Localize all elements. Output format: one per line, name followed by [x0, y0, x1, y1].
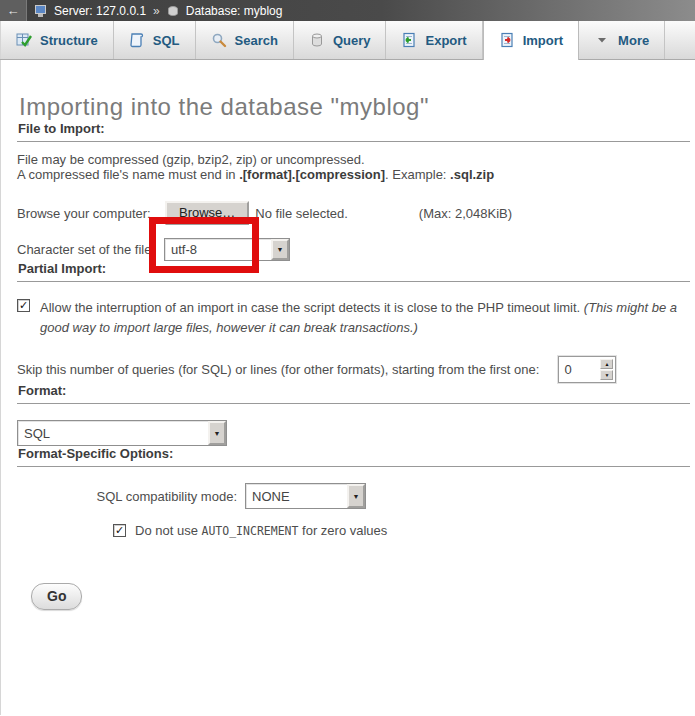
compat-label: SQL compatibility mode:	[17, 489, 245, 504]
skip-queries-input[interactable]: 0 ▲ ▼	[558, 356, 616, 383]
section-heading-partial-import: Partial Import:	[17, 261, 690, 282]
tab-query[interactable]: Query	[294, 21, 387, 59]
section-heading-file-to-import: File to Import:	[17, 121, 690, 142]
tab-export[interactable]: Export	[386, 21, 482, 59]
main-content: Importing into the database "myblog" Fil…	[0, 60, 695, 715]
spinner-buttons: ▲ ▼	[598, 357, 615, 382]
max-size-text: (Max: 2,048KiB)	[419, 206, 512, 221]
go-button[interactable]: Go	[31, 583, 82, 610]
charset-row: Character set of the file: utf-8 ▼	[17, 238, 695, 261]
chevron-down-icon: ▼	[271, 239, 289, 260]
check-icon: ✓	[19, 300, 28, 311]
server-icon	[35, 5, 49, 17]
back-arrow-icon: ←	[7, 3, 20, 18]
auto-increment-checkbox[interactable]: ✓	[113, 524, 126, 537]
sql-icon	[129, 32, 145, 48]
tab-import[interactable]: Import	[483, 21, 579, 60]
check-icon: ✓	[115, 525, 124, 536]
auto-increment-text: Do not use AUTO_INCREMENT for zero value…	[135, 523, 387, 539]
compat-select[interactable]: NONE ▼	[245, 483, 366, 509]
tab-bar-filler	[665, 21, 695, 59]
skip-queries-row: Skip this number of queries (for SQL) or…	[17, 356, 695, 383]
arrow-up-icon: ▲	[604, 362, 609, 367]
format-row: SQL ▼	[17, 420, 695, 446]
charset-select-value: utf-8	[165, 239, 271, 260]
arrow-down-icon: ▼	[604, 373, 609, 378]
tab-label: Query	[333, 33, 371, 48]
breadcrumb-server[interactable]: Server: 127.0.0.1	[54, 4, 146, 18]
allow-interrupt-checkbox[interactable]: ✓	[17, 299, 30, 312]
charset-label: Character set of the file:	[17, 242, 164, 257]
compat-select-value: NONE	[246, 484, 347, 508]
tab-label: More	[618, 33, 649, 48]
chevron-down-icon: ▼	[208, 421, 226, 445]
skip-queries-label: Skip this number of queries (for SQL) or…	[17, 362, 539, 377]
no-file-selected-text: No file selected.	[255, 206, 348, 221]
browse-row: Browse your computer: Browse… No file se…	[17, 201, 695, 225]
go-row: Go	[17, 583, 695, 610]
spinner-down-button[interactable]: ▼	[600, 370, 613, 380]
export-icon	[401, 32, 417, 48]
browse-label: Browse your computer:	[17, 206, 165, 221]
query-icon	[309, 32, 325, 48]
back-button[interactable]: ←	[0, 0, 27, 21]
browse-button[interactable]: Browse…	[165, 201, 249, 225]
breadcrumb-database[interactable]: Database: myblog	[186, 4, 283, 18]
breadcrumb-bar: ← Server: 127.0.0.1 » Database: myblog	[0, 0, 695, 21]
section-heading-format: Format:	[17, 383, 690, 404]
allow-interrupt-row: ✓ Allow the interruption of an import in…	[17, 298, 689, 338]
tab-label: Structure	[40, 33, 98, 48]
allow-interrupt-text: Allow the interruption of an import in c…	[40, 298, 689, 338]
breadcrumb: Server: 127.0.0.1 » Database: myblog	[27, 4, 282, 18]
import-icon	[499, 32, 515, 48]
tab-label: Search	[235, 33, 278, 48]
format-select-value: SQL	[18, 421, 208, 445]
database-icon	[167, 5, 181, 17]
structure-icon	[16, 32, 32, 48]
tab-label: SQL	[153, 33, 180, 48]
tab-structure[interactable]: Structure	[0, 21, 114, 59]
spinner-up-button[interactable]: ▲	[600, 359, 613, 369]
tab-search[interactable]: Search	[196, 21, 294, 59]
section-heading-format-specific: Format-Specific Options:	[17, 446, 690, 467]
tab-more[interactable]: More	[579, 21, 665, 59]
charset-select[interactable]: utf-8 ▼	[164, 238, 290, 261]
auto-increment-row: ✓ Do not use AUTO_INCREMENT for zero val…	[113, 523, 695, 539]
breadcrumb-separator: »	[151, 4, 162, 18]
tab-bar: Structure SQL Search Query Export	[0, 21, 695, 60]
skip-queries-value: 0	[559, 357, 598, 382]
chevron-down-icon: ▼	[347, 484, 365, 508]
tab-label: Import	[523, 33, 563, 48]
page-title: Importing into the database "myblog"	[17, 60, 695, 121]
compat-row: SQL compatibility mode: NONE ▼	[17, 483, 695, 509]
format-select[interactable]: SQL ▼	[17, 420, 227, 446]
tab-sql[interactable]: SQL	[114, 21, 196, 59]
chevron-down-icon	[594, 32, 610, 48]
tab-label: Export	[425, 33, 466, 48]
compression-help-text: File may be compressed (gzip, bzip2, zip…	[17, 152, 695, 182]
search-icon	[211, 32, 227, 48]
